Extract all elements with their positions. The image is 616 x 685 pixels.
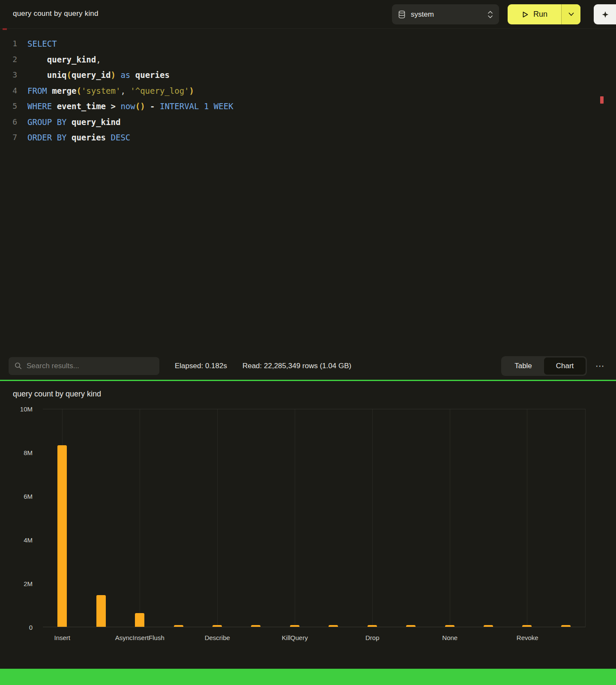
- code-line: 1SELECT: [0, 36, 616, 52]
- results-toolbar: Elapsed: 0.182s Read: 22,285,349 rows (1…: [0, 352, 616, 380]
- chart-panel: query count by query kind 10M8M6M4M2M0 I…: [0, 381, 616, 669]
- x-axis-label: Drop: [365, 634, 380, 641]
- run-button-main[interactable]: Run: [508, 4, 561, 24]
- x-axis-label: KillQuery: [282, 634, 308, 641]
- plot-area: [43, 409, 586, 627]
- top-bar: query count by query kind system Run: [0, 0, 616, 29]
- line-number: 5: [0, 98, 17, 114]
- view-toggle: Table Chart: [501, 356, 587, 376]
- gridline: [372, 409, 373, 627]
- bar: [406, 625, 416, 627]
- x-axis-label: None: [442, 634, 458, 641]
- bar: [96, 595, 106, 627]
- code-line: 2 query_kind,: [0, 52, 616, 68]
- chevron-up-down-icon: [487, 10, 493, 19]
- read-stat: Read: 22,285,349 rows (1.04 GB): [242, 362, 351, 370]
- gridline: [217, 409, 218, 627]
- search-results-input[interactable]: [27, 362, 153, 370]
- x-axis-label: Describe: [205, 634, 230, 641]
- tab-table[interactable]: Table: [502, 357, 544, 375]
- search-results-box[interactable]: [9, 357, 159, 375]
- y-axis-label: 0: [29, 624, 33, 631]
- bar: [561, 625, 571, 627]
- database-selector-value: system: [411, 10, 482, 19]
- database-selector[interactable]: system: [392, 4, 499, 24]
- line-number: 3: [0, 67, 17, 83]
- editor-scroll-annotation: [600, 96, 604, 104]
- line-number: 7: [0, 130, 17, 146]
- sparkle-icon: [601, 11, 609, 18]
- line-number: 1: [0, 36, 17, 52]
- tab-chart[interactable]: Chart: [544, 357, 586, 375]
- gridline: [295, 409, 295, 627]
- x-axis-label: Insert: [54, 634, 70, 641]
- y-axis: 10M8M6M4M2M0: [0, 409, 34, 627]
- y-axis-label: 10M: [20, 405, 33, 413]
- run-options-button[interactable]: [561, 4, 580, 24]
- bar: [135, 613, 144, 627]
- bar: [329, 625, 338, 627]
- line-number: 2: [0, 52, 17, 68]
- query-title: query count by query kind: [13, 9, 99, 18]
- bottom-accent-bar: [0, 669, 616, 685]
- chart-title: query count by query kind: [13, 390, 101, 399]
- x-axis: InsertAsyncInsertFlushDescribeKillQueryD…: [43, 634, 586, 644]
- code-line: 5WHERE event_time > now() - INTERVAL 1 W…: [0, 98, 616, 114]
- elapsed-stat: Elapsed: 0.182s: [175, 362, 227, 370]
- sql-editor[interactable]: 1SELECT2 query_kind,3 uniq(query_id) as …: [0, 29, 616, 352]
- code-line: 7ORDER BY queries DESC: [0, 130, 616, 146]
- play-icon: [521, 11, 529, 18]
- bar: [368, 625, 377, 627]
- edge-button[interactable]: [594, 4, 616, 24]
- y-axis-label: 4M: [24, 536, 33, 544]
- chevron-down-icon: [568, 12, 574, 16]
- bar: [484, 625, 493, 627]
- code-line: 6GROUP BY query_kind: [0, 114, 616, 130]
- bar: [290, 625, 299, 627]
- bar: [445, 625, 455, 627]
- x-axis-label: AsyncInsertFlush: [115, 634, 164, 641]
- bar: [212, 625, 222, 627]
- bar: [522, 625, 532, 627]
- ellipsis-icon: ⋯: [595, 361, 605, 371]
- line-number: 6: [0, 114, 17, 130]
- code-line: 4FROM merge('system', '^query_log'): [0, 83, 616, 99]
- database-icon: [398, 10, 406, 19]
- editor-left-marker: [3, 28, 7, 30]
- bar: [251, 625, 260, 627]
- code-line: 3 uniq(query_id) as queries: [0, 67, 616, 83]
- gridline: [450, 409, 450, 627]
- more-options-button[interactable]: ⋯: [593, 361, 607, 371]
- run-button-label: Run: [533, 10, 547, 19]
- x-axis-label: Revoke: [517, 634, 538, 641]
- y-axis-label: 8M: [24, 449, 33, 456]
- line-number: 4: [0, 83, 17, 99]
- gridline: [527, 409, 527, 627]
- search-icon: [15, 362, 22, 369]
- gridline: [140, 409, 140, 627]
- code-lines: 1SELECT2 query_kind,3 uniq(query_id) as …: [0, 36, 616, 146]
- bar: [57, 445, 67, 627]
- run-button[interactable]: Run: [508, 4, 580, 24]
- y-axis-label: 6M: [24, 493, 33, 500]
- y-axis-label: 2M: [24, 580, 33, 587]
- bar: [174, 625, 183, 627]
